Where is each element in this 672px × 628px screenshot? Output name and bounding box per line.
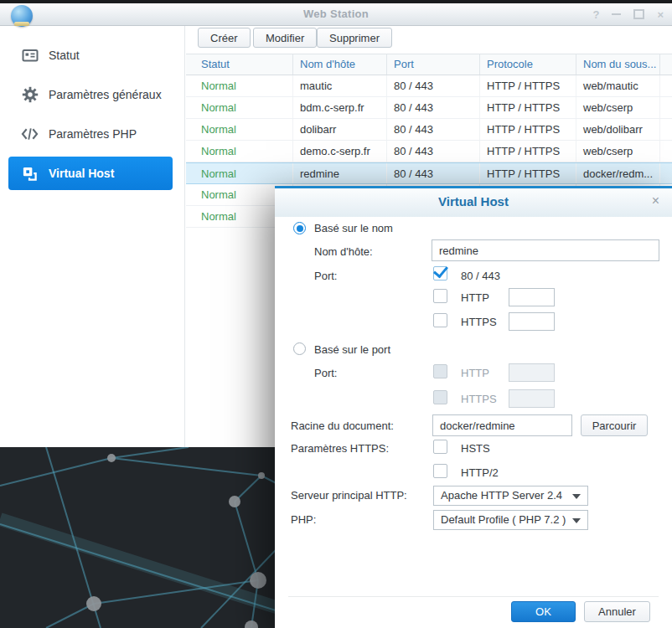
edit-button[interactable]: Modifier <box>253 28 317 48</box>
cell-port: 80 / 443 <box>387 75 480 96</box>
checkmark-icon <box>433 263 448 279</box>
backend-server-select[interactable]: Apache HTTP Server 2.4 <box>433 486 588 506</box>
cell-host: redmine <box>293 163 387 183</box>
desktop-screen: Web Station ? × Statut <box>0 0 672 628</box>
code-icon <box>21 125 39 142</box>
host-name-input[interactable] <box>432 239 659 261</box>
window-controls: ? × <box>592 3 664 25</box>
php-profile-select[interactable]: Default Profile ( PHP 7.2 ) <box>433 510 588 530</box>
https-checkbox-label[interactable]: HTTPS <box>461 316 497 328</box>
web-station-app-icon <box>11 5 33 27</box>
cell-status: Normal <box>186 163 293 183</box>
cell-host: demo.c-serp.fr <box>293 141 387 162</box>
name-based-radio-label[interactable]: Basé sur le nom <box>314 222 393 234</box>
sidebar-item-parametres-php[interactable]: Paramètres PHP <box>0 114 184 153</box>
column-header-protocole[interactable]: Protocole <box>480 54 576 75</box>
http-checkbox-disabled <box>433 364 447 378</box>
column-header-filler <box>660 54 672 75</box>
close-icon[interactable]: × <box>657 9 664 20</box>
cell-folder: web/cserp <box>576 141 660 162</box>
sidebar-item-virtual-host[interactable]: Virtual Host <box>8 157 173 190</box>
ok-button[interactable]: OK <box>511 601 576 622</box>
port-label: Port: <box>314 270 337 282</box>
table-row[interactable]: Normal mautic 80 / 443 HTTP / HTTPS web/… <box>186 75 672 97</box>
maximize-icon[interactable] <box>633 9 644 19</box>
https-checkbox-disabled-label: HTTPS <box>461 393 497 405</box>
help-icon[interactable]: ? <box>592 9 599 20</box>
cell-protocol: HTTP / HTTPS <box>480 119 576 140</box>
dropdown-arrow-icon <box>572 518 581 523</box>
cell-protocol: HTTP / HTTPS <box>480 163 576 183</box>
browse-button[interactable]: Parcourir <box>581 414 648 436</box>
host-name-label: Nom d'hôte: <box>314 245 373 258</box>
cell-status: Normal <box>186 75 293 96</box>
default-port-checkbox[interactable] <box>433 266 447 281</box>
create-button[interactable]: Créer <box>198 28 251 48</box>
column-header-statut[interactable]: Statut <box>186 54 293 75</box>
http2-checkbox-label[interactable]: HTTP/2 <box>461 466 499 479</box>
php-label: PHP: <box>291 513 316 526</box>
table-row[interactable]: Normal demo.c-serp.fr 80 / 443 HTTP / HT… <box>186 141 672 162</box>
window-title: Web Station <box>0 3 672 25</box>
column-header-nom-dhote[interactable]: Nom d'hôte <box>293 54 387 75</box>
default-port-checkbox-label[interactable]: 80 / 443 <box>461 270 500 282</box>
https-port-input-disabled <box>509 389 555 408</box>
document-root-input[interactable] <box>432 414 572 436</box>
gear-icon <box>21 85 39 103</box>
http-checkbox-label[interactable]: HTTP <box>461 291 489 304</box>
cell-protocol: HTTP / HTTPS <box>480 141 576 162</box>
cell-folder: web/dolibarr <box>576 119 660 140</box>
cell-host: dolibarr <box>293 119 387 140</box>
php-profile-value: Default Profile ( PHP 7.2 ) <box>441 513 566 526</box>
cell-folder: web/mautic <box>576 75 660 96</box>
name-based-radio[interactable] <box>293 222 306 234</box>
sidebar-item-statut[interactable]: Statut <box>0 35 184 75</box>
table-row[interactable]: Normal bdm.c-serp.fr 80 / 443 HTTP / HTT… <box>186 97 672 119</box>
dialog-header: Virtual Host × <box>275 188 672 217</box>
http-port-input[interactable] <box>509 288 555 306</box>
screen-top-edge <box>0 0 672 3</box>
sidebar-item-label: Statut <box>49 49 80 62</box>
cell-port: 80 / 443 <box>387 163 480 183</box>
dialog-footer-divider <box>288 596 659 597</box>
http2-checkbox[interactable] <box>433 464 447 478</box>
cell-port: 80 / 443 <box>387 119 480 140</box>
dialog-title: Virtual Host <box>275 188 672 217</box>
cell-folder: web/cserp <box>576 97 660 118</box>
toolbar: Créer Modifier Supprimer <box>186 25 672 54</box>
cell-port: 80 / 443 <box>387 97 480 118</box>
sidebar-item-parametres-generaux[interactable]: Paramètres généraux <box>0 75 184 114</box>
http-port-input-disabled <box>509 363 555 382</box>
document-root-label: Racine du document: <box>291 420 394 432</box>
column-header-port[interactable]: Port <box>387 54 480 75</box>
minimize-icon[interactable] <box>612 13 621 15</box>
https-checkbox[interactable] <box>433 313 447 327</box>
cell-protocol: HTTP / HTTPS <box>480 75 576 96</box>
http-checkbox-disabled-label: HTTP <box>461 367 489 379</box>
port-based-radio[interactable] <box>293 342 306 355</box>
cell-status: Normal <box>186 97 293 118</box>
virtual-host-icon <box>21 165 39 183</box>
table-header: Statut Nom d'hôte Port Protocole Nom du … <box>186 54 672 75</box>
dialog-close-icon[interactable]: × <box>652 194 659 208</box>
http-checkbox[interactable] <box>433 289 447 303</box>
window-titlebar[interactable]: Web Station ? × <box>0 3 672 26</box>
status-card-icon <box>21 46 39 64</box>
port-based-radio-label[interactable]: Basé sur le port <box>314 343 390 356</box>
hsts-checkbox[interactable] <box>433 440 447 454</box>
table-row[interactable]: Normal dolibarr 80 / 443 HTTP / HTTPS we… <box>186 119 672 141</box>
https-settings-label: Paramètres HTTPS: <box>291 442 389 455</box>
port-label-2: Port: <box>314 367 337 379</box>
sidebar: Statut <box>0 25 185 447</box>
https-checkbox-disabled <box>433 390 447 404</box>
cancel-button[interactable]: Annuler <box>584 601 650 622</box>
cell-status: Normal <box>186 141 293 162</box>
cell-status: Normal <box>186 119 293 140</box>
https-port-input[interactable] <box>509 312 555 331</box>
column-header-nom-du-sous[interactable]: Nom du sous... <box>576 54 660 75</box>
table-row-selected[interactable]: Normal redmine 80 / 443 HTTP / HTTPS doc… <box>186 162 672 184</box>
delete-button[interactable]: Supprimer <box>317 28 392 48</box>
dropdown-arrow-icon <box>572 494 581 499</box>
hsts-checkbox-label[interactable]: HSTS <box>461 442 490 455</box>
backend-server-label: Serveur principal HTTP: <box>291 489 407 502</box>
